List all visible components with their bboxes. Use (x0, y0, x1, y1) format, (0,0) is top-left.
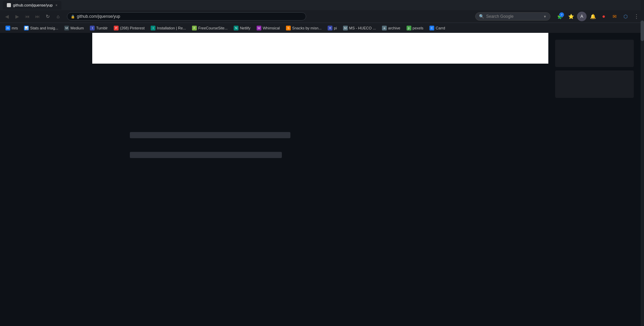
bookmarks-bar: m mrs 📊 Stats and Insig... M Medium t Tu… (0, 23, 644, 33)
bookmark-item-pi[interactable]: π pi (325, 24, 340, 32)
scrollbar[interactable] (641, 0, 644, 326)
bookmark-item-pinterest[interactable]: P (268) Pinterest (111, 24, 147, 32)
settings-button[interactable]: ⋮ (632, 12, 641, 21)
skip-forward-icon: ⏭ (35, 14, 40, 19)
bookmark-label-mrs: mrs (12, 26, 18, 30)
bookmark-item-stats[interactable]: 📊 Stats and Insig... (21, 24, 61, 32)
back-button[interactable]: ◀ (3, 12, 11, 21)
mail-icon: ✉ (613, 14, 617, 19)
bookmark-icon: ⭐ (568, 14, 574, 19)
bookmark-favicon-snacks: S (286, 26, 291, 30)
skip-back-button[interactable]: ⏮ (23, 12, 31, 21)
home-button[interactable]: ⌂ (54, 12, 62, 21)
bookmark-item-whimsical[interactable]: W Whimsical (254, 24, 283, 32)
bookmark-label-carrd: Carrd (436, 26, 445, 30)
bookmark-label-pi: pi (334, 26, 337, 30)
bookmark-favicon-carrd: C (429, 26, 434, 30)
bookmark-label-whimsical: Whimsical (263, 26, 280, 30)
lock-icon: 🔒 (71, 15, 75, 18)
back-icon: ◀ (5, 14, 9, 19)
bookmark-favicon-pinterest: P (114, 26, 119, 30)
bookmark-label-installation: Installation | Re... (157, 26, 186, 30)
address-bar[interactable]: 🔒 github.com/jquense/yup (67, 12, 306, 21)
bookmark-favicon-stats: 📊 (24, 26, 29, 30)
history-button[interactable]: ● (599, 12, 608, 21)
browser-chrome: github.com/jquense/yup × ◀ ▶ ⏮ ⏭ ↻ ⌂ (0, 0, 644, 33)
bookmark-favicon-tumblr: t (90, 26, 95, 30)
bookmark-item-freecourseSite[interactable]: F FreeCourseSite... (189, 24, 230, 32)
bookmark-item-netlify[interactable]: N Netlify (231, 24, 253, 32)
bookmark-favicon-whimsical: W (257, 26, 261, 30)
extensions-button[interactable]: 🧩 7 (555, 12, 565, 21)
tab-close-icon[interactable]: × (55, 3, 57, 7)
bookmark-label-stats: Stats and Insig... (30, 26, 58, 30)
bookmark-favicon-freecourseSite: F (192, 26, 197, 30)
scrollbar-thumb[interactable] (641, 21, 644, 41)
extra-icon: ⬡ (624, 14, 628, 19)
loading-bar-1 (130, 132, 290, 138)
bookmark-label-archive: archive (388, 26, 400, 30)
bookmark-label-freecourseSite: FreeCourseSite... (198, 26, 228, 30)
tab-bar: github.com/jquense/yup × (0, 0, 644, 10)
bookmark-favicon-ms: M (343, 26, 348, 30)
bookmark-item-snacks[interactable]: S Snacks by misn... (283, 24, 324, 32)
loading-bar-2 (130, 152, 282, 158)
address-text: github.com/jquense/yup (77, 14, 120, 19)
page-header-white (92, 33, 548, 64)
browser-window: github.com/jquense/yup × ◀ ▶ ⏮ ⏭ ↻ ⌂ (0, 0, 644, 326)
bookmark-label-tumblr: Tumblr (96, 26, 108, 30)
menu-icon: ⋮ (634, 13, 639, 20)
bookmark-favicon-pi: π (328, 26, 332, 30)
active-tab[interactable]: github.com/jquense/yup × (3, 1, 61, 10)
notifications-button[interactable]: 🔔 (588, 12, 598, 21)
skip-forward-button[interactable]: ⏭ (33, 12, 42, 21)
tab-label: github.com/jquense/yup (13, 3, 53, 7)
bookmark-item-tumblr[interactable]: t Tumblr (87, 24, 110, 32)
nav-bar: ◀ ▶ ⏮ ⏭ ↻ ⌂ 🔒 github.com/jquense/yup (0, 10, 644, 23)
bookmark-label-netlify: Netlify (240, 26, 250, 30)
reload-button[interactable]: ↻ (44, 12, 52, 21)
bookmark-item-pexels[interactable]: p pexels (404, 24, 426, 32)
bookmark-item-medium[interactable]: M Medium (61, 24, 86, 32)
mail-button[interactable]: ✉ (610, 12, 619, 21)
left-sidebar (0, 33, 92, 326)
reload-icon: ↻ (46, 14, 50, 19)
home-icon: ⌂ (57, 14, 59, 19)
main-panel (92, 33, 548, 326)
search-dropdown-icon[interactable]: ▼ (543, 15, 547, 18)
browser-content (0, 33, 644, 326)
search-bar[interactable]: 🔍 Search Google ▼ (475, 12, 550, 21)
bookmark-item-carrd[interactable]: C Carrd (427, 24, 448, 32)
right-sidebar-block-1 (555, 40, 634, 67)
history-icon: ● (602, 13, 605, 19)
bookmark-favicon-medium: M (64, 26, 69, 30)
bookmark-favicon-installation: I (151, 26, 155, 30)
bookmark-favicon-pexels: p (407, 26, 411, 30)
profile-icon: A (580, 14, 583, 19)
bookmark-label-medium: Medium (70, 26, 84, 30)
search-icon: 🔍 (479, 14, 484, 19)
bookmark-label-ms: MS - HUECO ... (349, 26, 376, 30)
bookmark-favicon-archive: a (382, 26, 387, 30)
tab-favicon (7, 3, 11, 7)
bookmark-label-snacks: Snacks by misn... (292, 26, 321, 30)
forward-icon: ▶ (15, 14, 19, 19)
page-content-dark (92, 64, 548, 326)
forward-button[interactable]: ▶ (13, 12, 21, 21)
extensions-badge: 7 (559, 12, 564, 17)
bookmark-button[interactable]: ⭐ (566, 12, 576, 21)
right-sidebar-block-2 (555, 70, 634, 98)
extra-button[interactable]: ⬡ (621, 12, 630, 21)
profile-button[interactable]: A (577, 12, 587, 21)
bookmark-label-pexels: pexels (413, 26, 424, 30)
search-placeholder: Search Google (486, 14, 513, 19)
bookmark-item-ms[interactable]: M MS - HUECO ... (340, 24, 379, 32)
bookmark-item-archive[interactable]: a archive (379, 24, 403, 32)
bookmark-favicon-mrs: m (5, 26, 10, 30)
bell-icon: 🔔 (590, 14, 596, 19)
bookmark-item-mrs[interactable]: m mrs (3, 24, 20, 32)
bookmark-item-installation[interactable]: I Installation | Re... (148, 24, 189, 32)
bookmark-favicon-netlify: N (234, 26, 238, 30)
right-sidebar (548, 33, 644, 326)
nav-right-icons: 🧩 7 ⭐ A 🔔 ● ✉ ⬡ (555, 12, 641, 21)
